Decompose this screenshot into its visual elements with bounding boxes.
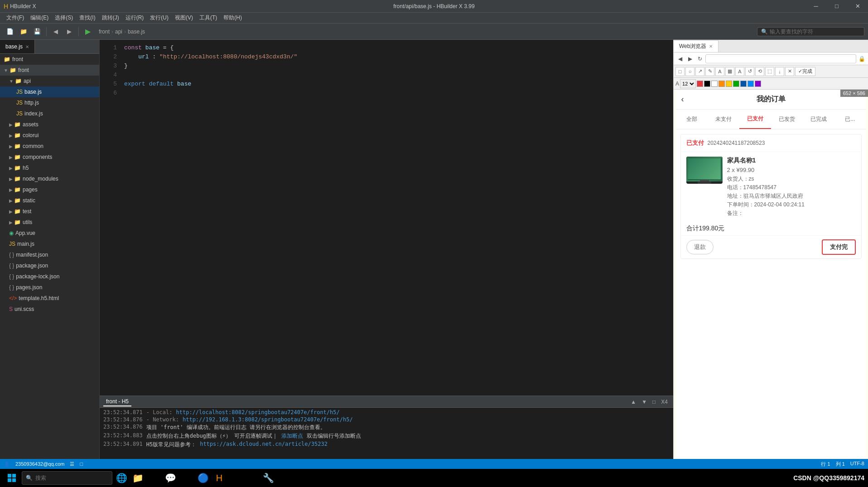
order-back-button[interactable]: ‹ (681, 95, 684, 104)
menu-select[interactable]: 选择(S) (52, 13, 76, 23)
toolbar-run[interactable]: ▶ (82, 25, 94, 38)
taskbar-icon-browser2[interactable]: 🔵 (196, 471, 210, 485)
breadcrumb-file[interactable]: base.js (128, 29, 145, 35)
breadcrumb-api[interactable]: api (115, 29, 122, 35)
menu-edit[interactable]: 编辑(E) (28, 13, 51, 23)
menu-run[interactable]: 运行(R) (123, 13, 147, 23)
refund-button[interactable]: 退款 (686, 240, 714, 254)
browser-nav-forward[interactable]: ▶ (685, 54, 694, 63)
sidebar-item-pages-json[interactable]: { } pages.json (0, 282, 99, 293)
color-purple[interactable] (755, 81, 761, 87)
taskbar-icon-security[interactable]: 🛡 (179, 471, 194, 485)
taskbar-search-input[interactable] (35, 475, 108, 481)
bt-3[interactable]: ↗ (695, 67, 704, 76)
sidebar-item-main-js[interactable]: JS main.js (0, 239, 99, 249)
order-tab-paid[interactable]: 已支付 (739, 110, 771, 129)
sidebar-item-package-json[interactable]: { } package.json (0, 260, 99, 271)
bt-8[interactable]: ↺ (745, 67, 754, 76)
sidebar-project1[interactable]: 📁 front (0, 54, 99, 65)
sidebar-item-manifest-json[interactable]: { } manifest.json (0, 249, 99, 260)
taskbar-search-bar[interactable]: 🔍 (22, 471, 112, 485)
sidebar-item-assets[interactable]: ▶ 📁 assets (0, 119, 99, 130)
font-size-select[interactable]: 12 14 16 (680, 79, 696, 88)
menu-find[interactable]: 查找(I) (77, 13, 98, 23)
browser-tab-close[interactable]: ✕ (709, 44, 713, 49)
tab-base-js[interactable]: base.js ✕ (0, 40, 35, 53)
browser-refresh[interactable]: ↻ (695, 54, 704, 63)
console-link-faq[interactable]: https://ask.dcloud.net.cn/article/35232 (200, 441, 328, 449)
color-black[interactable] (704, 81, 710, 87)
color-white[interactable] (711, 81, 718, 87)
color-yellow[interactable] (726, 81, 732, 87)
sidebar-item-common[interactable]: ▶ 📁 common (0, 141, 99, 152)
bt-close[interactable]: ✕ (785, 67, 794, 76)
toolbar-save[interactable]: 💾 (31, 25, 43, 38)
sidebar-item-pages[interactable]: ▶ 📁 pages (0, 184, 99, 195)
console-ctrl-x4[interactable]: X4 (659, 398, 670, 406)
sidebar-item-template-h5[interactable]: </> template.h5.html (0, 293, 99, 304)
taskbar-icon-tool1[interactable]: ⚙ (245, 471, 259, 485)
start-button[interactable] (4, 470, 20, 486)
browser-tab-web[interactable]: Web浏览器 ✕ (674, 40, 719, 52)
sidebar-item-test[interactable]: ▶ 📁 test (0, 206, 99, 217)
paid-confirm-button[interactable]: 支付完 (822, 239, 856, 255)
bt-9[interactable]: ⟲ (755, 67, 764, 76)
taskbar-icon-files[interactable]: 📁 (130, 471, 145, 485)
sidebar-item-api[interactable]: ▼ 📁 api (0, 76, 99, 86)
minimize-button[interactable]: ─ (805, 0, 826, 13)
color-orange[interactable] (719, 81, 725, 87)
console-ctrl-window[interactable]: □ (651, 398, 657, 406)
toolbar-new[interactable]: 📄 (4, 25, 16, 38)
breadcrumb-front[interactable]: front (99, 29, 110, 35)
taskbar-icon-chat[interactable]: 💬 (163, 471, 178, 485)
browser-url-input[interactable]: http://localhost:8082/springbootau72407e… (705, 54, 856, 63)
taskbar-icon-store[interactable]: 🛍 (228, 471, 243, 485)
order-tab-more[interactable]: 已... (834, 110, 866, 129)
maximize-button[interactable]: □ (826, 0, 847, 13)
bt-5[interactable]: A (715, 67, 724, 76)
color-green[interactable] (733, 81, 739, 87)
sidebar-item-h5[interactable]: ▶ 📁 h5 (0, 162, 99, 173)
console-tab-front[interactable]: front - H5 (103, 397, 131, 406)
close-button[interactable]: ✕ (847, 0, 868, 13)
menu-help[interactable]: 帮助(H) (221, 13, 245, 23)
bt-done[interactable]: ✓完成 (795, 67, 815, 76)
toolbar-back[interactable]: ◀ (49, 25, 62, 38)
sidebar-item-colorui[interactable]: ▶ 📁 colorui (0, 130, 99, 141)
sidebar-item-node-modules[interactable]: ▶ 📁 node_modules (0, 173, 99, 184)
color-red[interactable] (697, 81, 703, 87)
sidebar-item-static[interactable]: ▶ 📁 static (0, 195, 99, 206)
order-tab-shipped[interactable]: 已发货 (771, 110, 803, 129)
sidebar-item-base-js[interactable]: JS base.js (0, 86, 99, 97)
bt-1[interactable]: □ (675, 67, 685, 76)
menu-publish[interactable]: 发行(U) (147, 13, 171, 23)
console-link-network[interactable]: http://192.168.1.3:8082/springbootau7240… (183, 416, 353, 423)
console-link-add-breakpoint[interactable]: 添加断点 (281, 432, 303, 440)
bt-10[interactable]: ⬚ (765, 67, 774, 76)
code-editor[interactable]: 1 const base = { 2 url : "http://localho… (100, 40, 673, 396)
sidebar-item-components[interactable]: ▶ 📁 components (0, 152, 99, 162)
menu-jump[interactable]: 跳转(J) (99, 13, 122, 23)
sidebar-item-uni-scss[interactable]: S uni.scss (0, 304, 99, 315)
menu-file[interactable]: 文件(F) (4, 13, 27, 23)
bt-4[interactable]: ✎ (705, 67, 714, 76)
taskbar-icon-browser[interactable]: 🌐 (114, 471, 129, 485)
search-input[interactable] (770, 29, 860, 35)
menu-tools[interactable]: 工具(T) (197, 13, 220, 23)
menu-view[interactable]: 视图(V) (172, 13, 196, 23)
sidebar-item-app-vue[interactable]: ◉ App.vue (0, 228, 99, 239)
taskbar-icon-edit[interactable]: H (212, 471, 227, 485)
order-tab-unpaid[interactable]: 未支付 (708, 110, 739, 129)
bt-11[interactable]: ↓ (775, 67, 784, 76)
sidebar-project2[interactable]: ▼ 📁 front (0, 65, 99, 76)
console-ctrl-down[interactable]: ▼ (640, 398, 649, 406)
sidebar-item-index-js[interactable]: JS index.js (0, 108, 99, 119)
bt-7[interactable]: A (735, 67, 744, 76)
browser-nav-back[interactable]: ◀ (675, 54, 685, 63)
console-ctrl-up[interactable]: ▲ (629, 398, 638, 406)
taskbar-icon-mail[interactable]: ✉ (147, 471, 161, 485)
color-blue1[interactable] (740, 81, 747, 87)
toolbar-forward[interactable]: ▶ (63, 25, 76, 38)
sidebar-item-package-lock-json[interactable]: { } package-lock.json (0, 271, 99, 282)
toolbar-open[interactable]: 📁 (17, 25, 30, 38)
